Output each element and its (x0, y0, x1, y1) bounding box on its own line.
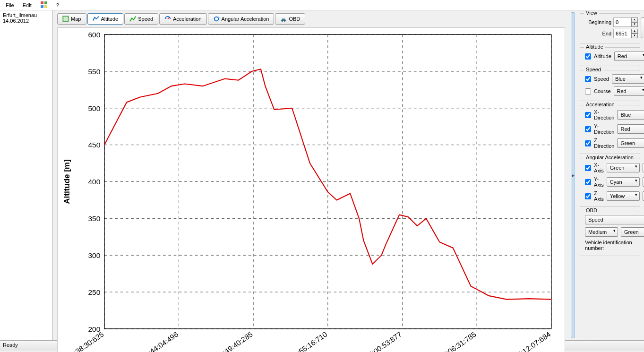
y-direction-checkbox[interactable] (585, 126, 591, 132)
altitude-checkbox[interactable] (585, 53, 591, 60)
spin-down[interactable]: ▼ (631, 34, 638, 38)
panel-splitter[interactable] (571, 12, 575, 338)
tab-label: Speed (138, 16, 153, 22)
cfg-label: X-Direction (594, 109, 614, 120)
tab-label: Map (71, 16, 81, 22)
cfg-label: Z-Direction (594, 137, 614, 149)
svg-line-5 (168, 17, 170, 19)
tabs: MapAltitudeSpeedAccelerationAngular Acce… (54, 12, 568, 26)
group-speed: SpeedSpeedRedBlueGreenCyanYellowThinMedi… (580, 70, 640, 101)
menu-file[interactable]: File (2, 1, 18, 9)
z-axis-color-select[interactable]: RedBlueGreenCyanYellow (607, 191, 640, 201)
tab-speed[interactable]: Speed (124, 13, 158, 25)
spin-up[interactable]: ▲ (631, 17, 638, 22)
menubar: File Edit ? (0, 0, 644, 10)
svg-text:450: 450 (88, 141, 101, 149)
group-altitude: AltitudeAltitudeRedBlueGreenCyanYellowTh… (580, 47, 640, 66)
svg-text:16:44:04:496: 16:44:04:496 (140, 330, 180, 352)
group-angular: Angular AccelerationX-AxisRedBlueGreenCy… (580, 158, 640, 207)
svg-point-6 (214, 17, 218, 21)
spin-up[interactable]: ▲ (631, 29, 638, 34)
svg-text:16:55:16:710: 16:55:16:710 (289, 330, 329, 352)
obd-sensor-select[interactable]: Speed (585, 215, 644, 224)
x-direction-checkbox[interactable] (585, 112, 591, 118)
menu-edit[interactable]: Edit (19, 1, 35, 9)
tab-label: Altitude (101, 16, 119, 22)
tab-label: Angular Acceleration (222, 16, 269, 22)
reset-zoom-button[interactable]: Reset zoom (641, 17, 644, 38)
y-direction-color-select[interactable]: RedBlueGreenCyanYellow (617, 124, 644, 134)
svg-text:350: 350 (88, 215, 101, 223)
vin-label: Vehicle identification number: (585, 240, 635, 251)
speed-color-select[interactable]: RedBlueGreenCyanYellow (612, 74, 644, 84)
svg-text:17:06:31:785: 17:06:31:785 (438, 330, 478, 352)
svg-text:300: 300 (88, 251, 101, 259)
svg-text:400: 400 (88, 178, 101, 186)
toolbar-palette-icon[interactable] (36, 0, 52, 10)
svg-text:250: 250 (88, 288, 101, 296)
group-view: View Beginning ▲▼ End ▲▼ (580, 13, 640, 43)
y-axis-color-select[interactable]: RedBlueGreenCyanYellow (607, 177, 640, 187)
group-title: View (584, 10, 599, 16)
svg-rect-0 (41, 1, 43, 4)
course-checkbox[interactable] (585, 88, 591, 94)
beginning-label: Beginning (585, 19, 611, 25)
tab-angular-acceleration[interactable]: Angular Acceleration (208, 13, 275, 25)
x-axis-checkbox[interactable] (585, 165, 591, 171)
speed-checkbox[interactable] (585, 76, 591, 82)
sidebar: Erfurt_Ilmenau 14.06.2012 (0, 10, 52, 340)
cfg-label: Y-Axis (594, 176, 604, 188)
tab-obd[interactable]: OBD (275, 13, 305, 25)
cfg-label: Z-Axis (594, 190, 604, 202)
svg-rect-1 (44, 1, 47, 4)
z-axis-checkbox[interactable] (585, 193, 591, 199)
cfg-label: X-Axis (594, 162, 604, 173)
obd-thick-select[interactable]: ThinMediumBold (585, 227, 618, 237)
spin-down[interactable]: ▼ (631, 22, 638, 27)
tab-label: Acceleration (173, 16, 202, 22)
svg-text:16:49:40:285: 16:49:40:285 (215, 330, 254, 352)
svg-text:16:38:30:625: 16:38:30:625 (66, 330, 105, 352)
tab-altitude[interactable]: Altitude (87, 13, 124, 25)
tab-label: OBD (289, 16, 300, 22)
settings-panel: View Beginning ▲▼ End ▲▼ (576, 10, 644, 340)
svg-text:17:00:53:877: 17:00:53:877 (363, 330, 403, 352)
group-acceleration: AccelerationX-DirectionRedBlueGreenCyanY… (580, 105, 640, 154)
svg-text:600: 600 (88, 31, 101, 39)
end-label: End (585, 31, 611, 36)
beginning-input[interactable] (613, 17, 631, 27)
tab-map[interactable]: Map (57, 13, 86, 25)
y-axis-checkbox[interactable] (585, 179, 591, 185)
cfg-label: Y-Direction (594, 123, 614, 135)
svg-text:500: 500 (88, 104, 101, 112)
svg-rect-3 (44, 5, 47, 8)
cfg-label: Altitude (594, 53, 611, 59)
svg-point-7 (282, 20, 283, 22)
svg-text:Altitude [m]: Altitude [m] (63, 159, 72, 204)
svg-rect-2 (41, 5, 43, 8)
tree-item[interactable]: Erfurt_Ilmenau 14.06.2012 (0, 10, 52, 26)
altitude-color-select[interactable]: RedBlueGreenCyanYellow (614, 52, 644, 61)
svg-text:550: 550 (88, 68, 101, 76)
end-input[interactable] (613, 29, 631, 38)
menu-help[interactable]: ? (52, 1, 63, 9)
chart-area: 20025030035040045050055060016:38:30:6251… (57, 27, 565, 352)
x-axis-color-select[interactable]: RedBlueGreenCyanYellow (607, 163, 640, 172)
obd-color-select[interactable]: RedBlueGreenCyanYellow (621, 227, 644, 237)
tab-acceleration[interactable]: Acceleration (159, 13, 207, 25)
cfg-label: Speed (594, 76, 609, 82)
z-direction-color-select[interactable]: RedBlueGreenCyanYellow (617, 138, 644, 148)
svg-point-8 (284, 20, 286, 22)
svg-text:17:12:07:684: 17:12:07:684 (513, 330, 552, 352)
course-color-select[interactable]: RedBlueGreenCyanYellow (614, 86, 644, 96)
z-direction-checkbox[interactable] (585, 140, 591, 146)
x-direction-color-select[interactable]: RedBlueGreenCyanYellow (617, 110, 644, 120)
cfg-label: Course (594, 88, 610, 94)
group-obd: OBD Speed ThinMediumBold RedBlueGreenCya… (580, 211, 640, 256)
